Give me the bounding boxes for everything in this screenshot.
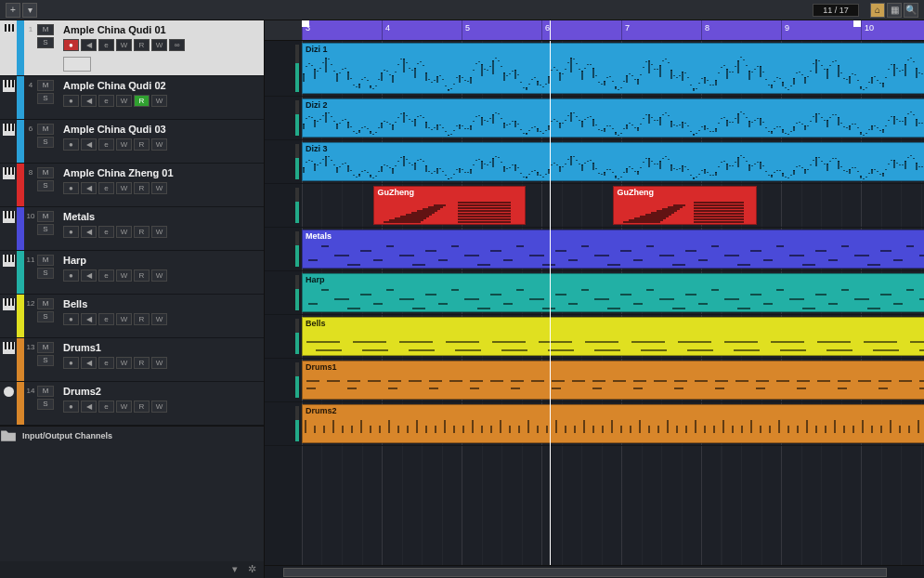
track-small-button[interactable]: W (116, 95, 132, 107)
track-row[interactable]: 12MSBells●◀eWRW (0, 295, 264, 338)
track-small-button[interactable]: R (134, 357, 150, 369)
track-small-button[interactable]: ◀ (81, 182, 97, 194)
add-track-button[interactable]: + (6, 3, 20, 18)
loop-end-marker[interactable] (853, 20, 861, 27)
track-small-button[interactable]: R (134, 95, 150, 107)
track-small-button[interactable]: ● (63, 357, 79, 369)
track-lane[interactable]: GuZhengGuZheng (302, 184, 924, 228)
scrollbar-thumb[interactable] (283, 568, 887, 577)
track-row[interactable]: 4MSAmple China Qudi 02●◀eWRW (0, 76, 264, 120)
solo-button[interactable]: S (37, 137, 54, 148)
track-small-button[interactable]: W (116, 269, 132, 282)
clip[interactable]: Dizi 1 (302, 43, 924, 94)
track-row[interactable]: 11MSHarp●◀eWRW (0, 251, 264, 295)
track-small-button[interactable]: ◀ (81, 138, 97, 151)
track-small-button[interactable]: W (116, 357, 132, 369)
track-small-button[interactable]: e (98, 401, 114, 413)
track-small-button[interactable]: ◀ (81, 357, 97, 369)
io-channels-row[interactable]: Input/Output Channels (0, 426, 264, 444)
track-small-button[interactable]: W (116, 226, 132, 238)
track-small-button[interactable]: W (151, 138, 167, 151)
track-lane[interactable]: Metals (302, 228, 924, 271)
track-small-button[interactable]: W (151, 182, 167, 194)
solo-button[interactable]: S (37, 180, 54, 191)
track-small-button[interactable]: ◀ (81, 226, 97, 238)
track-small-button[interactable]: e (98, 138, 114, 151)
track-small-button[interactable]: R (134, 401, 150, 413)
track-small-button[interactable]: R (134, 138, 150, 151)
track-lane[interactable]: Drums1 (302, 359, 924, 402)
track-small-button[interactable]: ● (63, 313, 79, 325)
clip[interactable]: Harp (302, 273, 924, 312)
track-small-button[interactable]: ◀ (81, 401, 97, 413)
track-lane[interactable]: Dizi 1 (302, 41, 924, 97)
track-row[interactable]: 13MSDrums1●◀eWRW (0, 338, 264, 382)
track-row[interactable]: 6MSAmple China Qudi 03●◀eWRW (0, 120, 264, 164)
track-small-button[interactable]: W (116, 182, 132, 194)
track-lane[interactable]: Bells (302, 315, 924, 359)
horizontal-scrollbar[interactable] (265, 565, 924, 578)
track-small-button[interactable]: W (151, 39, 167, 51)
solo-button[interactable]: S (37, 311, 54, 322)
solo-button[interactable]: S (37, 355, 54, 366)
clip[interactable]: Dizi 2 (302, 99, 924, 138)
track-small-button[interactable]: R (134, 226, 150, 238)
solo-button[interactable]: S (37, 268, 54, 279)
track-row[interactable]: 8MSAmple China Zheng 01●◀eWRW (0, 164, 264, 207)
mute-button[interactable]: M (37, 124, 54, 135)
track-row[interactable]: 10MSMetals●◀eWRW (0, 207, 264, 251)
track-small-button[interactable]: ◀ (81, 39, 97, 51)
track-small-button[interactable]: R (134, 39, 150, 51)
track-small-button[interactable]: W (151, 313, 167, 325)
track-small-button[interactable]: e (98, 226, 114, 238)
solo-button[interactable]: S (37, 399, 54, 410)
track-small-button[interactable]: ◀ (81, 269, 97, 282)
track-small-button[interactable]: e (98, 313, 114, 325)
track-lane[interactable]: Drums2 (302, 402, 924, 446)
track-row[interactable]: 1MSAmple China Qudi 01●◀eWRW∞ (0, 20, 264, 76)
track-small-button[interactable]: ◀ (81, 95, 97, 107)
search-button[interactable]: 🔍 (904, 3, 918, 18)
track-small-button[interactable]: ∞ (169, 39, 185, 51)
solo-button[interactable]: S (37, 93, 54, 104)
clip[interactable]: Metals (302, 230, 924, 269)
mute-button[interactable]: M (37, 298, 54, 309)
timeline-ruler[interactable]: 345678910 (302, 20, 924, 40)
track-small-button[interactable]: W (116, 138, 132, 151)
track-small-button[interactable]: e (98, 95, 114, 107)
mute-button[interactable]: M (37, 80, 54, 91)
settings-gear-icon[interactable]: ✲ (245, 563, 258, 576)
loop-start-marker[interactable] (302, 20, 309, 27)
mute-button[interactable]: M (37, 211, 54, 222)
mute-button[interactable]: M (37, 255, 54, 266)
track-small-button[interactable]: ● (63, 269, 79, 282)
track-small-button[interactable]: e (98, 39, 114, 51)
track-small-button[interactable]: ● (63, 95, 79, 107)
solo-button[interactable]: S (37, 224, 54, 235)
track-lane[interactable]: Dizi 3 (302, 140, 924, 184)
track-options-button[interactable]: ▾ (22, 3, 37, 18)
track-small-button[interactable]: ● (63, 39, 79, 51)
clip[interactable]: GuZheng (613, 186, 757, 225)
mute-button[interactable]: M (37, 386, 54, 397)
track-small-button[interactable]: e (98, 269, 114, 282)
playhead[interactable] (550, 41, 551, 565)
arrange-lanes[interactable]: Dizi 1Dizi 2Dizi 3GuZhengGuZhengMetalsHa… (302, 41, 924, 565)
clip[interactable]: Dizi 3 (302, 142, 924, 181)
track-small-button[interactable]: R (134, 182, 150, 194)
track-small-button[interactable]: ● (63, 182, 79, 194)
clip[interactable]: Drums2 (302, 404, 924, 443)
mute-button[interactable]: M (37, 24, 54, 35)
track-small-button[interactable]: W (151, 357, 167, 369)
track-small-button[interactable]: e (98, 357, 114, 369)
track-small-button[interactable]: R (134, 269, 150, 282)
track-small-button[interactable]: W (116, 313, 132, 325)
track-small-button[interactable]: ● (63, 138, 79, 151)
track-small-button[interactable]: ● (63, 226, 79, 238)
track-small-button[interactable]: W (116, 401, 132, 413)
track-small-button[interactable]: W (151, 401, 167, 413)
track-small-button[interactable]: ◀ (81, 313, 97, 325)
solo-button[interactable]: S (37, 37, 54, 48)
list-view-button[interactable]: ▦ (887, 3, 902, 18)
track-small-button[interactable]: W (151, 95, 167, 107)
